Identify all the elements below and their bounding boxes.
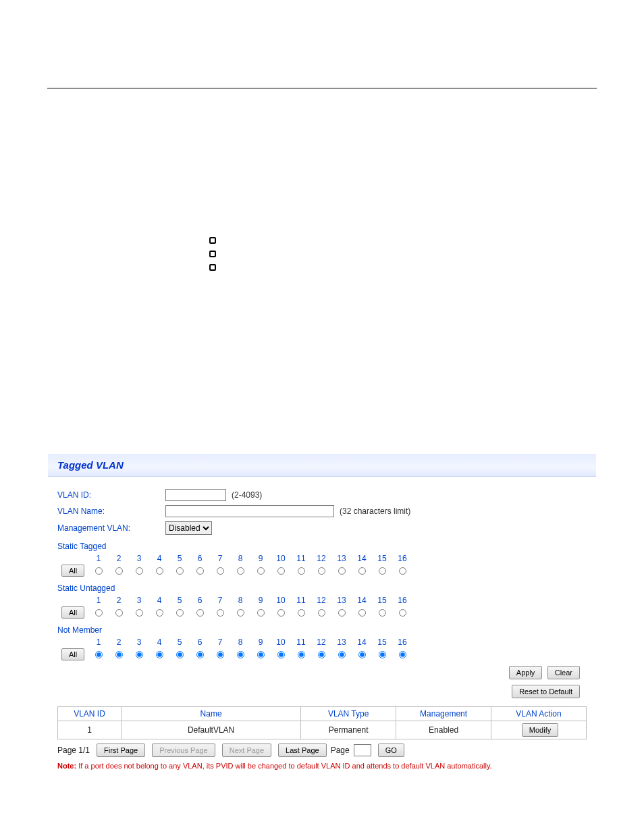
vlan-name-label: VLAN Name:: [57, 506, 165, 516]
modify-button[interactable]: Modify: [522, 723, 558, 737]
port-radio-6[interactable]: [196, 609, 204, 617]
port-radio-13[interactable]: [338, 567, 346, 575]
all-button[interactable]: All: [61, 565, 84, 577]
port-header: 8: [230, 594, 250, 606]
apply-button[interactable]: Apply: [509, 666, 543, 679]
port-header: 16: [392, 552, 412, 565]
col-vlan-type: VLAN Type: [301, 707, 396, 721]
port-radio-7[interactable]: [217, 651, 224, 658]
port-header: 9: [250, 552, 271, 565]
port-radio-14[interactable]: [358, 609, 366, 617]
port-radio-4[interactable]: [156, 567, 163, 575]
port-radio-11[interactable]: [298, 567, 305, 575]
port-header: 16: [392, 594, 412, 606]
static-tagged-label: Static Tagged: [57, 542, 587, 551]
port-radio-16[interactable]: [399, 567, 406, 575]
port-radio-10[interactable]: [277, 609, 285, 617]
port-radio-9[interactable]: [257, 651, 265, 658]
port-header: 5: [169, 636, 190, 648]
port-radio-1[interactable]: [95, 651, 103, 658]
port-radio-5[interactable]: [176, 651, 184, 658]
port-header: 2: [109, 552, 129, 565]
port-radio-5[interactable]: [176, 567, 184, 575]
port-radio-12[interactable]: [318, 651, 325, 658]
first-page-button[interactable]: First Page: [97, 744, 145, 757]
cell-vlan-action: Modify: [491, 721, 587, 739]
port-radio-3[interactable]: [136, 651, 143, 658]
port-header: 1: [88, 552, 109, 565]
port-radio-1[interactable]: [95, 609, 103, 617]
port-radio-9[interactable]: [257, 609, 265, 617]
port-radio-15[interactable]: [379, 609, 386, 617]
last-page-button[interactable]: Last Page: [278, 744, 327, 757]
port-radio-10[interactable]: [277, 567, 285, 575]
col-vlan-id: VLAN ID: [58, 707, 122, 721]
vlan-id-input[interactable]: [165, 489, 226, 501]
not-member-grid: 12345678910111213141516All: [57, 636, 587, 660]
port-radio-7[interactable]: [217, 567, 224, 575]
port-radio-2[interactable]: [115, 609, 123, 617]
port-header: 9: [250, 594, 271, 606]
previous-page-button[interactable]: Previous Page: [152, 744, 215, 757]
cell-name: DefaultVLAN: [121, 721, 300, 739]
page-input[interactable]: [354, 744, 371, 756]
port-header: 5: [169, 594, 190, 606]
page-indicator: Page 1/1: [57, 746, 90, 755]
port-radio-1[interactable]: [95, 567, 103, 575]
port-header: 14: [352, 594, 372, 606]
port-radio-13[interactable]: [338, 609, 346, 617]
port-header: 14: [352, 552, 372, 565]
panel-body: VLAN ID: (2-4093) VLAN Name: (32 charact…: [48, 477, 596, 776]
static-tagged-grid: 12345678910111213141516All: [57, 552, 587, 577]
port-header: 3: [129, 552, 149, 565]
all-button[interactable]: All: [61, 648, 84, 660]
not-member-label: Not Member: [57, 625, 587, 635]
port-radio-9[interactable]: [257, 567, 265, 575]
port-radio-16[interactable]: [399, 609, 406, 617]
port-radio-16[interactable]: [399, 651, 406, 658]
clear-button[interactable]: Clear: [547, 666, 580, 679]
port-radio-7[interactable]: [217, 609, 224, 617]
port-radio-12[interactable]: [318, 567, 325, 575]
port-radio-4[interactable]: [156, 609, 163, 617]
port-header: 6: [190, 552, 210, 565]
footer-note: Note: If a port does not belong to any V…: [57, 761, 587, 771]
reset-to-default-button[interactable]: Reset to Default: [512, 685, 580, 698]
port-radio-2[interactable]: [115, 567, 123, 575]
port-radio-8[interactable]: [237, 651, 244, 658]
port-radio-8[interactable]: [237, 609, 244, 617]
port-radio-8[interactable]: [237, 567, 244, 575]
port-header: 5: [169, 552, 190, 565]
port-radio-3[interactable]: [136, 567, 143, 575]
port-header: 3: [129, 594, 149, 606]
port-radio-6[interactable]: [196, 567, 204, 575]
port-radio-12[interactable]: [318, 609, 325, 617]
port-header: 3: [129, 636, 149, 648]
vlan-name-input[interactable]: [165, 505, 334, 517]
port-radio-14[interactable]: [358, 651, 366, 658]
all-button[interactable]: All: [61, 606, 84, 619]
go-button[interactable]: GO: [378, 744, 404, 757]
port-radio-14[interactable]: [358, 567, 366, 575]
vlan-table: VLAN ID Name VLAN Type Management VLAN A…: [57, 706, 587, 739]
port-header: 11: [291, 594, 311, 606]
port-radio-4[interactable]: [156, 651, 163, 658]
port-radio-11[interactable]: [298, 651, 305, 658]
mgmt-vlan-select[interactable]: Disabled: [165, 521, 212, 535]
port-header: 11: [291, 552, 311, 565]
next-page-button[interactable]: Next Page: [222, 744, 271, 757]
port-radio-10[interactable]: [277, 651, 285, 658]
port-radio-6[interactable]: [196, 651, 204, 658]
port-header: 15: [372, 594, 392, 606]
tagged-vlan-panel: Tagged VLAN VLAN ID: (2-4093) VLAN Name:…: [47, 453, 597, 777]
port-radio-15[interactable]: [379, 651, 386, 658]
port-radio-11[interactable]: [298, 609, 305, 617]
port-radio-3[interactable]: [136, 609, 143, 617]
bullet-item: [209, 251, 597, 257]
port-radio-15[interactable]: [379, 567, 386, 575]
port-radio-13[interactable]: [338, 651, 346, 658]
port-radio-2[interactable]: [115, 651, 123, 658]
port-header: 4: [149, 636, 169, 648]
port-radio-5[interactable]: [176, 609, 184, 617]
vlan-id-label: VLAN ID:: [57, 490, 165, 500]
